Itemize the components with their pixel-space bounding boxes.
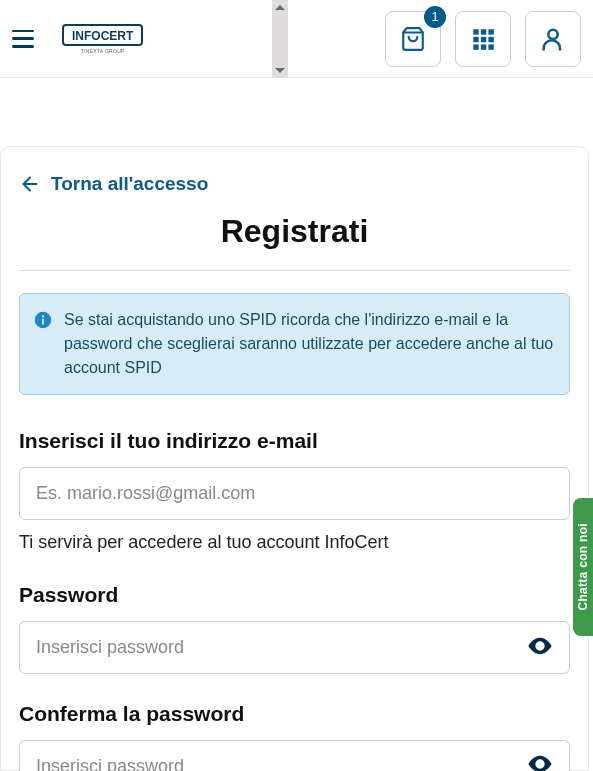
cart-badge: 1	[424, 6, 446, 28]
eye-icon	[526, 750, 554, 771]
confirm-password-group: Conferma la password	[19, 702, 570, 771]
grid-icon	[470, 26, 496, 52]
header-scrollbar[interactable]	[272, 0, 288, 78]
toggle-password-visibility[interactable]	[526, 632, 554, 664]
svg-rect-13	[42, 319, 44, 325]
password-group: Password	[19, 583, 570, 674]
svg-rect-1	[473, 29, 478, 34]
email-label: Inserisci il tuo indirizzo e-mail	[19, 429, 570, 453]
info-alert: Se stai acquistando uno SPID ricorda che…	[19, 293, 570, 395]
password-label: Password	[19, 583, 570, 607]
header-left: INFOCERT TINEXTA GROUP	[12, 24, 143, 54]
registration-card: Torna all'accesso Registrati Se stai acq…	[0, 146, 589, 771]
info-icon	[34, 311, 52, 329]
account-button[interactable]	[525, 11, 581, 67]
svg-rect-7	[473, 44, 478, 49]
back-link[interactable]: Torna all'accesso	[19, 173, 570, 195]
svg-point-10	[548, 29, 557, 38]
toggle-confirm-visibility[interactable]	[526, 750, 554, 771]
email-helper: Ti servirà per accedere al tuo account I…	[19, 532, 570, 553]
logo-text: INFOCERT	[62, 24, 143, 46]
svg-rect-5	[481, 36, 486, 41]
svg-point-16	[538, 762, 543, 767]
apps-button[interactable]	[455, 11, 511, 67]
brand-logo[interactable]: INFOCERT TINEXTA GROUP	[62, 24, 143, 54]
page-title: Registrati	[19, 213, 570, 250]
email-field[interactable]	[19, 467, 570, 520]
menu-button[interactable]	[12, 30, 34, 48]
back-link-label: Torna all'accesso	[51, 173, 208, 195]
scroll-down-icon	[275, 68, 285, 73]
person-icon	[539, 25, 567, 53]
confirm-password-field[interactable]	[19, 740, 570, 771]
svg-rect-8	[481, 44, 486, 49]
app-header: INFOCERT TINEXTA GROUP 1	[0, 0, 593, 78]
email-group: Inserisci il tuo indirizzo e-mail Ti ser…	[19, 429, 570, 553]
password-field[interactable]	[19, 621, 570, 674]
eye-icon	[526, 632, 554, 660]
chat-tab[interactable]: Chatta con noi	[573, 498, 593, 636]
svg-point-14	[42, 315, 44, 317]
svg-rect-4	[473, 36, 478, 41]
info-text: Se stai acquistando uno SPID ricorda che…	[64, 308, 555, 380]
svg-rect-6	[488, 36, 493, 41]
scroll-up-icon	[275, 5, 285, 10]
chat-tab-label: Chatta con noi	[576, 523, 590, 611]
confirm-password-label: Conferma la password	[19, 702, 570, 726]
arrow-left-icon	[19, 173, 41, 195]
cart-button[interactable]: 1	[385, 11, 441, 67]
header-right: 1	[385, 11, 581, 67]
divider	[19, 270, 570, 271]
shopping-bag-icon	[400, 25, 426, 53]
svg-rect-9	[488, 44, 493, 49]
logo-subtext: TINEXTA GROUP	[62, 48, 143, 54]
svg-rect-3	[488, 29, 493, 34]
svg-point-15	[538, 643, 543, 648]
svg-rect-2	[481, 29, 486, 34]
